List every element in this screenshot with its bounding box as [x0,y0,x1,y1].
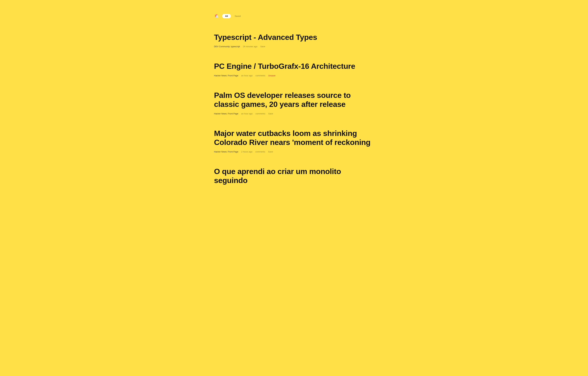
articles-list: Typescript - Advanced Types DEV Communit… [214,33,374,188]
article-source[interactable]: DEV Community: typescript [214,45,240,48]
article-source[interactable]: Hacker News: Front Page [214,74,238,77]
article-item: Palm OS developer releases source to cla… [214,91,374,115]
article-time: 2 hours ago [241,151,252,153]
header: 🐔 All Saved [214,14,374,18]
article-title[interactable]: Typescript - Advanced Types [214,33,374,42]
article-title[interactable]: PC Engine / TurboGrafx-16 Architecture [214,62,374,71]
article-source[interactable]: Hacker News: Front Page [214,151,238,153]
article-source[interactable]: Hacker News: Front Page [214,112,238,115]
article-item: Major water cutbacks loom as shrinking C… [214,129,374,153]
article-title[interactable]: O que aprendi ao criar um monolito segui… [214,167,374,185]
article-time: an hour ago [241,74,252,77]
article-title[interactable]: Major water cutbacks loom as shrinking C… [214,129,374,147]
article-title[interactable]: Palm OS developer releases source to cla… [214,91,374,109]
article-item: O que aprendi ao criar um monolito segui… [214,167,374,188]
comments-link[interactable]: comments [255,151,265,153]
article-meta: DEV Community: typescript 28 minutes ago… [214,45,374,48]
tab-all[interactable]: All [222,14,231,18]
save-button[interactable]: Save [260,45,265,48]
comments-link[interactable]: comments [255,74,265,77]
article-item: PC Engine / TurboGrafx-16 Architecture H… [214,62,374,77]
save-button[interactable]: Save [268,112,273,115]
article-item: Typescript - Advanced Types DEV Communit… [214,33,374,48]
article-time: 28 minutes ago [243,45,257,48]
tab-saved[interactable]: Saved [235,14,241,18]
logo-icon[interactable]: 🐔 [214,14,218,18]
unsave-button[interactable]: Unsave [268,74,275,77]
comments-link[interactable]: comments [255,112,265,115]
article-meta: Hacker News: Front Page an hour ago comm… [214,112,374,115]
save-button[interactable]: Save [268,151,273,153]
tabs: All Saved [222,14,241,18]
article-meta: Hacker News: Front Page 2 hours ago comm… [214,151,374,153]
article-meta: Hacker News: Front Page an hour ago comm… [214,74,374,77]
article-time: an hour ago [241,112,252,115]
